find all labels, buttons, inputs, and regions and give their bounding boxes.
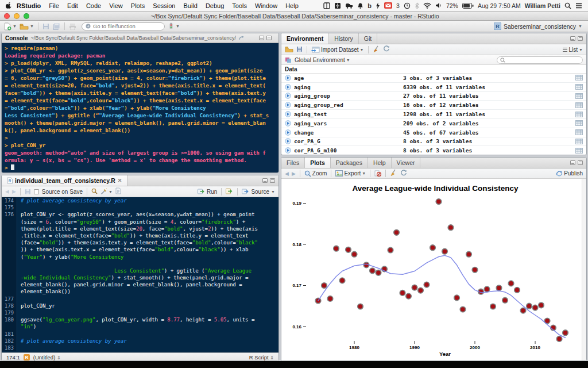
run-button[interactable]: Run <box>198 189 217 195</box>
compile-notebook-icon[interactable] <box>115 187 121 195</box>
table-view-icon[interactable] <box>575 148 583 154</box>
print-button[interactable] <box>69 23 76 30</box>
book-status-icon[interactable] <box>323 2 330 9</box>
minimize-pane-button[interactable] <box>259 36 264 40</box>
menu-debug[interactable]: Debug <box>202 2 228 9</box>
table-view-icon[interactable] <box>575 93 583 99</box>
tab-history[interactable]: History <box>329 33 359 44</box>
rerun-icon[interactable] <box>226 188 233 195</box>
table-view-icon[interactable] <box>575 129 583 135</box>
table-view-icon[interactable] <box>575 84 583 90</box>
bluetooth-icon[interactable] <box>415 2 419 9</box>
tab-plots[interactable]: Plots <box>305 158 331 168</box>
menu-code[interactable]: Code <box>82 2 105 9</box>
tab-git[interactable]: Git <box>359 33 377 44</box>
apple-menu-icon[interactable] <box>6 2 13 9</box>
volume-icon[interactable] <box>435 2 442 9</box>
environment-object-row[interactable]: cor_PA_G8 obs. of 3 variables <box>281 137 586 147</box>
export-plot-button[interactable]: Export ▼ <box>335 170 366 177</box>
tab-help[interactable]: Help <box>368 158 392 168</box>
expand-object-icon[interactable] <box>285 93 291 99</box>
maximize-pane-button[interactable] <box>270 178 275 183</box>
refresh-plot-icon[interactable] <box>400 170 407 178</box>
tab-packages[interactable]: Packages <box>331 158 368 168</box>
expand-object-icon[interactable] <box>285 147 291 154</box>
user-menu[interactable]: William Petti <box>525 2 560 9</box>
environment-object-row[interactable]: change45 obs. of 67 variables <box>281 128 586 137</box>
source-button[interactable]: Source ▼ <box>242 189 275 195</box>
back-icon[interactable]: ◀ <box>5 189 9 194</box>
close-window-button[interactable] <box>4 13 10 19</box>
menu-edit[interactable]: Edit <box>63 2 82 9</box>
menu-help[interactable]: Help <box>281 2 303 9</box>
notification-center-icon[interactable] <box>575 3 582 9</box>
goto-file-search[interactable] <box>82 22 165 30</box>
refresh-icon[interactable] <box>383 45 390 53</box>
file-type-selector[interactable]: R Script ⇕ <box>249 354 274 361</box>
find-replace-icon[interactable] <box>91 188 98 195</box>
time-machine-icon[interactable] <box>404 2 411 9</box>
environment-object-row[interactable]: aging_vars209 obs. of 2 variables <box>281 119 586 128</box>
zoom-plot-button[interactable]: Zoom <box>304 170 327 177</box>
previous-plot-icon[interactable]: ◀ <box>285 171 289 177</box>
environment-object-row[interactable]: aging_test1298 obs. of 11 variables <box>281 110 586 119</box>
table-view-icon[interactable] <box>575 102 583 108</box>
expand-object-icon[interactable] <box>285 111 291 117</box>
maximize-pane-button[interactable] <box>578 160 583 165</box>
environment-object-row[interactable]: aging_group_red16 obs. of 12 variables <box>281 101 586 110</box>
menu-view[interactable]: View <box>105 2 127 9</box>
tab-environment[interactable]: Environment <box>281 33 329 44</box>
environment-object-row[interactable]: cor_PA_G_m1008 obs. of 3 variables <box>281 146 586 155</box>
maximize-pane-button[interactable] <box>578 36 583 41</box>
mail-icon[interactable] <box>384 2 392 9</box>
flash-icon[interactable] <box>376 2 380 9</box>
truck-status-icon[interactable] <box>345 2 353 9</box>
window-titlebar[interactable]: ~/Box Sync/Default Sync Folder/Baseball … <box>0 12 588 21</box>
table-view-icon[interactable] <box>575 75 583 80</box>
menu-build[interactable]: Build <box>179 2 201 9</box>
minimize-pane-button[interactable] <box>570 160 575 165</box>
expand-object-icon[interactable] <box>285 138 291 144</box>
open-file-button[interactable]: ▼ <box>20 23 34 30</box>
document-outline-selector[interactable]: (Untitled) ⇕ <box>33 354 61 361</box>
zoom-window-button[interactable] <box>24 13 29 19</box>
expand-object-icon[interactable] <box>285 84 291 90</box>
save-source-button[interactable] <box>25 189 31 195</box>
expand-object-icon[interactable] <box>285 102 291 108</box>
close-tab-icon[interactable]: ✕ <box>118 178 122 183</box>
source-on-save-checkbox[interactable] <box>34 189 39 194</box>
minimize-pane-button[interactable] <box>262 178 268 183</box>
environment-object-row[interactable]: age3 obs. of 3 variables <box>281 74 586 83</box>
expand-object-icon[interactable] <box>285 120 291 126</box>
load-workspace-icon[interactable] <box>285 46 293 53</box>
environment-scope-selector[interactable]: Global Environment ▼ <box>295 57 350 63</box>
table-view-icon[interactable] <box>575 112 583 117</box>
menu-plots[interactable]: Plots <box>127 2 149 9</box>
console-output[interactable]: > require(pacman)Loading required packag… <box>2 43 278 173</box>
editor-surface[interactable]: 174# plot average consistency by year175… <box>2 197 278 352</box>
goto-file-input[interactable] <box>93 23 161 29</box>
menu-window[interactable]: Window <box>251 2 281 9</box>
clear-workspace-icon[interactable] <box>373 45 380 54</box>
letter-b-icon[interactable]: b <box>368 2 372 9</box>
tab-viewer[interactable]: Viewer <box>392 158 421 168</box>
table-view-icon[interactable] <box>575 139 583 144</box>
import-dataset-button[interactable]: Import Dataset ▼ <box>311 47 364 53</box>
minimize-window-button[interactable] <box>14 13 20 19</box>
code-tools-icon[interactable]: ▼ <box>100 188 113 195</box>
publish-button[interactable]: Publish <box>556 170 583 177</box>
wifi-icon[interactable] <box>423 2 431 9</box>
save-all-button[interactable] <box>52 22 60 30</box>
menu-rstudio[interactable]: RStudio <box>13 2 45 9</box>
tab-files[interactable]: Files <box>281 158 305 168</box>
expand-object-icon[interactable] <box>285 129 291 136</box>
table-view-icon[interactable] <box>575 120 583 126</box>
expand-object-icon[interactable] <box>285 75 291 81</box>
tab-source-file[interactable]: R individual_team_off_consistency.R ✕ <box>2 175 127 186</box>
plot-scrollbar[interactable] <box>582 179 586 361</box>
save-workspace-icon[interactable] <box>296 46 303 53</box>
environment-object-row[interactable]: aging_group27 obs. of 11 variables <box>281 92 586 101</box>
menu-tools[interactable]: Tools <box>228 2 251 9</box>
next-plot-icon[interactable]: ▶ <box>292 171 296 177</box>
spotlight-icon[interactable] <box>564 2 571 9</box>
